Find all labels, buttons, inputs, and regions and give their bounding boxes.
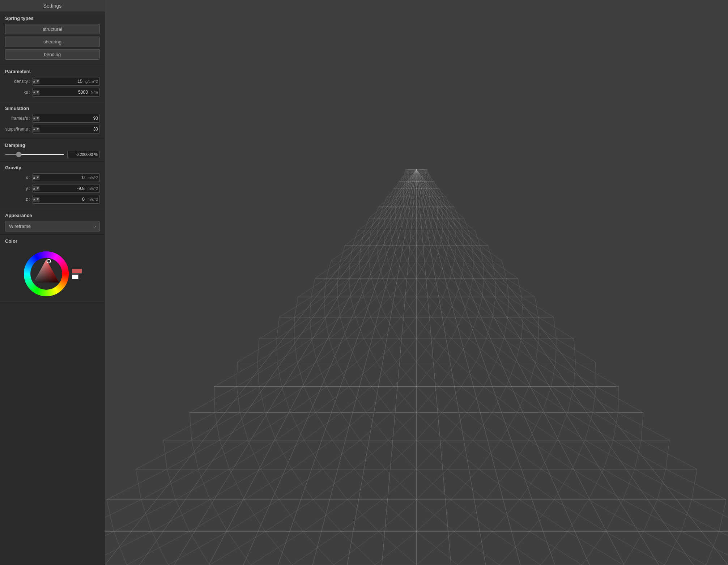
density-label: density : — [5, 79, 30, 84]
gravity-y-input[interactable] — [39, 184, 86, 192]
chevron-right-icon: › — [94, 224, 96, 229]
gravity-y-label: y : — [5, 186, 30, 191]
damping-slider[interactable] — [5, 154, 64, 155]
sidebar: Settings Spring types structural shearin… — [0, 0, 105, 565]
color-wheel-container[interactable] — [5, 247, 100, 299]
shearing-button[interactable]: shearing — [5, 37, 100, 47]
structural-button[interactable]: structural — [5, 24, 100, 34]
gravity-x-label: x : — [5, 175, 30, 180]
frames-s-label: frames/s : — [5, 116, 30, 121]
gravity-y-spinner[interactable]: ▲▼ — [33, 186, 39, 191]
gravity-z-input-wrap: ▲▼ m/s^2 — [33, 195, 100, 204]
steps-frame-input-wrap: ▲▼ — [33, 125, 100, 133]
gravity-x-spinner[interactable]: ▲▼ — [33, 175, 39, 180]
sidebar-title: Settings — [0, 0, 105, 12]
damping-value: 0.200000 % — [67, 151, 100, 158]
damping-section: Damping 0.200000 % — [0, 139, 105, 161]
gravity-section: Gravity x : ▲▼ m/s^2 y : ▲▼ m/s^2 — [0, 161, 105, 209]
ks-unit: N/m — [89, 90, 99, 94]
gravity-label: Gravity — [5, 165, 100, 170]
gravity-y-unit: m/s^2 — [86, 186, 99, 191]
gravity-y-input-wrap: ▲▼ m/s^2 — [33, 184, 100, 193]
density-unit: g/cm^2 — [84, 79, 99, 84]
3d-viewport[interactable] — [105, 0, 728, 565]
ks-input-wrap: ▲▼ N/m — [33, 88, 100, 97]
damping-label: Damping — [5, 143, 100, 148]
parameters-label: Parameters — [5, 69, 100, 74]
appearance-section: Appearance Wireframe › — [0, 209, 105, 235]
gravity-y-row: y : ▲▼ m/s^2 — [5, 184, 100, 193]
ks-row: ks : ▲▼ N/m — [5, 88, 100, 97]
color-swatch-red[interactable] — [72, 269, 82, 273]
color-wheel-svg[interactable] — [23, 250, 70, 297]
frames-s-spinner[interactable]: ▲▼ — [33, 116, 39, 121]
grid-canvas — [105, 0, 728, 565]
ks-input[interactable] — [39, 88, 89, 96]
steps-frame-spinner[interactable]: ▲▼ — [33, 127, 39, 132]
steps-frame-row: steps/frame : ▲▼ — [5, 125, 100, 133]
frames-s-row: frames/s : ▲▼ — [5, 114, 100, 123]
bending-button[interactable]: bending — [5, 49, 100, 60]
frames-s-input-wrap: ▲▼ — [33, 114, 100, 123]
steps-frame-label: steps/frame : — [5, 127, 30, 132]
color-swatch-white[interactable] — [72, 275, 78, 279]
steps-frame-input[interactable] — [39, 125, 99, 133]
gravity-z-label: z : — [5, 197, 30, 202]
ks-spinner[interactable]: ▲▼ — [33, 90, 39, 95]
density-input[interactable] — [39, 77, 84, 85]
color-section: Color — [0, 235, 105, 302]
spring-types-label: Spring types — [5, 16, 100, 21]
appearance-label: Appearance — [5, 213, 100, 218]
wireframe-button[interactable]: Wireframe › — [5, 221, 100, 231]
density-spinner[interactable]: ▲▼ — [33, 79, 39, 84]
gravity-z-input[interactable] — [39, 195, 86, 203]
density-input-wrap: ▲▼ g/cm^2 — [33, 77, 100, 86]
simulation-label: Simulation — [5, 106, 100, 111]
gravity-x-input-wrap: ▲▼ m/s^2 — [33, 173, 100, 182]
density-row: density : ▲▼ g/cm^2 — [5, 77, 100, 86]
gravity-x-unit: m/s^2 — [86, 175, 99, 180]
simulation-section: Simulation frames/s : ▲▼ steps/frame : ▲… — [0, 102, 105, 139]
damping-row: 0.200000 % — [5, 151, 100, 158]
ks-label: ks : — [5, 90, 30, 95]
color-label: Color — [5, 238, 100, 244]
gravity-z-spinner[interactable]: ▲▼ — [33, 197, 39, 202]
parameters-section: Parameters density : ▲▼ g/cm^2 ks : ▲▼ N… — [0, 65, 105, 102]
gravity-x-row: x : ▲▼ m/s^2 — [5, 173, 100, 182]
gravity-z-row: z : ▲▼ m/s^2 — [5, 195, 100, 204]
gravity-z-unit: m/s^2 — [86, 197, 99, 201]
spring-types-section: Spring types structural shearing bending — [0, 12, 105, 65]
gravity-x-input[interactable] — [39, 174, 86, 182]
wireframe-label: Wireframe — [9, 224, 31, 229]
frames-s-input[interactable] — [39, 114, 99, 122]
